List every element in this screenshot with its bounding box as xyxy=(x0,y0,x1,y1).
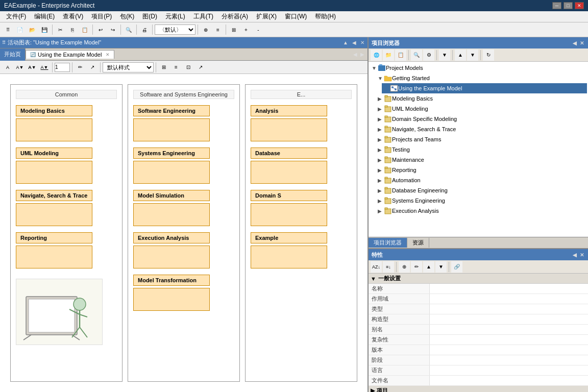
bold-tool[interactable]: A▼ xyxy=(27,62,38,73)
text-tool[interactable]: A xyxy=(2,62,13,73)
tree-expand-ea[interactable]: ▶ xyxy=(378,208,384,214)
tree-projects-teams[interactable]: ▶ Projects and Teams xyxy=(376,134,587,144)
tree-automation[interactable]: ▶ Automation xyxy=(376,175,587,185)
menu-file[interactable]: 文件(F) xyxy=(2,11,30,22)
print-button[interactable]: 🖨 xyxy=(139,24,150,35)
tree-reporting[interactable]: ▶ Reporting xyxy=(376,165,587,175)
browser-btn-3[interactable]: 📋 xyxy=(395,50,406,61)
breadcrumb-close[interactable]: ✕ xyxy=(359,40,365,45)
menu-package[interactable]: 包(K) xyxy=(116,11,138,22)
maximize-button[interactable]: □ xyxy=(564,2,573,9)
style-dropdown[interactable]: 〈默认〉 xyxy=(155,24,195,35)
zoom-in-button[interactable]: + xyxy=(240,24,252,35)
menu-help[interactable]: 帮助(H) xyxy=(311,11,340,22)
tree-expand-nav[interactable]: ▶ xyxy=(378,127,384,132)
tree-getting-started[interactable]: ▼ Getting Started xyxy=(376,73,587,83)
tab-close-icon[interactable]: ✕ xyxy=(106,52,110,57)
tree-expand-rep[interactable]: ▶ xyxy=(378,167,384,173)
props-link-btn[interactable]: 🔗 xyxy=(451,261,462,273)
tree-sys-eng[interactable]: ▶ Systems Engineering xyxy=(376,195,587,206)
node-modeling-basics[interactable]: Modeling Basics xyxy=(16,105,92,116)
browser-btn-6[interactable]: ▼ xyxy=(439,50,450,61)
menu-edit[interactable]: 编辑(E) xyxy=(30,11,59,22)
save-button[interactable]: 💾 xyxy=(39,24,50,35)
tree-navigate[interactable]: ▶ Navigate, Search & Trace xyxy=(376,124,587,134)
browser-tab-project[interactable]: 项目浏览器 xyxy=(369,238,407,248)
menu-diagram[interactable]: 图(D) xyxy=(138,11,161,22)
copy-button[interactable]: ⎘ xyxy=(67,24,78,35)
tree-uml-modeling[interactable]: ▶ UML Modeling xyxy=(376,104,587,114)
minimize-button[interactable]: ─ xyxy=(552,2,561,9)
props-section-general[interactable]: ▼ 一般设置 xyxy=(369,274,588,284)
browser-btn-down[interactable]: ▼ xyxy=(467,50,478,61)
tab-active[interactable]: 🔄 Using the Example Model ✕ xyxy=(26,50,114,59)
menu-extend[interactable]: 扩展(X) xyxy=(252,11,281,22)
browser-refresh-btn[interactable]: ↻ xyxy=(483,50,494,61)
menu-tools[interactable]: 工具(T) xyxy=(189,11,217,22)
node-model-simulation[interactable]: Model Simulation xyxy=(133,190,210,201)
props-cat-btn[interactable]: ≡↓ xyxy=(383,261,394,273)
tree-expand-gs[interactable]: ▼ xyxy=(378,76,384,81)
menu-window[interactable]: 窗口(W) xyxy=(281,11,311,22)
menu-element[interactable]: 元素(L) xyxy=(161,11,189,22)
browser-btn-up[interactable]: ▲ xyxy=(455,50,466,61)
props-btn-1[interactable]: ⊕ xyxy=(399,261,410,273)
underline-tool[interactable]: A▼ xyxy=(39,62,50,73)
menu-project[interactable]: 项目(P) xyxy=(87,11,116,22)
tree-expand-auto[interactable]: ▶ xyxy=(378,178,384,183)
breadcrumb-pin[interactable]: ◀ xyxy=(351,40,357,45)
pencil-tool[interactable]: ✏ xyxy=(75,62,86,73)
close-button[interactable]: ✕ xyxy=(575,2,584,9)
browser-pin-btn[interactable]: ◀ xyxy=(572,40,578,46)
props-val-scope[interactable] xyxy=(430,294,588,304)
cut-button[interactable]: ✂ xyxy=(55,24,66,35)
tree-expand-mb[interactable]: ▶ xyxy=(378,96,384,102)
tree-expand-uml[interactable]: ▶ xyxy=(378,106,384,112)
tree-modeling-basics[interactable]: ▶ Modeling Basics xyxy=(376,93,587,104)
zoom-input[interactable] xyxy=(55,63,70,72)
find-button[interactable]: 🔍 xyxy=(123,24,134,35)
props-val-name[interactable] xyxy=(430,284,588,293)
icon-2[interactable]: ≡ xyxy=(212,24,224,35)
props-val-filename[interactable] xyxy=(430,376,588,385)
props-val-stereotype[interactable] xyxy=(430,314,588,324)
props-section-project[interactable]: ▶ 项目 xyxy=(369,386,588,392)
props-btn-4[interactable]: ▼ xyxy=(435,261,447,273)
paste-button[interactable]: 📋 xyxy=(79,24,90,35)
tree-domain-specific[interactable]: ▶ Domain Specific Modeling xyxy=(376,114,587,124)
tree-expand-db[interactable]: ▶ xyxy=(378,188,384,193)
props-val-type[interactable] xyxy=(430,304,588,314)
align-tool[interactable]: ≡ xyxy=(170,62,182,73)
tab-scroll-left[interactable]: ◀ xyxy=(352,52,358,57)
open-button[interactable]: 📂 xyxy=(27,24,38,35)
tree-example-model[interactable]: Using the Example Model xyxy=(382,83,587,93)
node-uml-modeling[interactable]: UML Modeling xyxy=(16,148,92,159)
menu-view[interactable]: 查看(V) xyxy=(59,11,87,22)
browser-expand-btn[interactable]: ✕ xyxy=(579,40,585,46)
grid-tool[interactable]: ⊞ xyxy=(158,62,169,73)
zoom-out-button[interactable]: - xyxy=(253,24,264,35)
props-val-complexity[interactable] xyxy=(430,335,588,345)
tree-expand-pt[interactable]: ▶ xyxy=(378,137,384,142)
undo-button[interactable]: ↩ xyxy=(95,24,106,35)
props-sort-btn[interactable]: AZ↓ xyxy=(371,261,382,273)
breadcrumb-up[interactable]: ▲ xyxy=(342,40,349,45)
node-analysis[interactable]: Analysis xyxy=(251,105,327,116)
tree-db-eng[interactable]: ▶ Database Engineering xyxy=(376,185,587,195)
icon-1[interactable]: ⊕ xyxy=(200,24,211,35)
node-execution-analysis[interactable]: Execution Analysis xyxy=(133,232,210,243)
tree-expand-sys[interactable]: ▶ xyxy=(378,198,384,204)
node-navigate[interactable]: Navigate, Search & Trace xyxy=(16,190,92,201)
node-database[interactable]: Database xyxy=(251,148,327,159)
layout-btn[interactable]: ⊞ xyxy=(228,24,239,35)
browser-btn-2[interactable]: 📁 xyxy=(383,50,394,61)
tree-exec-analysis[interactable]: ▶ Execution Analysis xyxy=(376,206,587,216)
node-software-engineering[interactable]: Software Engineering xyxy=(133,105,210,116)
props-btn-2[interactable]: ✏ xyxy=(411,261,422,273)
props-close-btn[interactable]: ✕ xyxy=(579,252,585,258)
tab-scroll-right[interactable]: ▶ xyxy=(359,52,365,57)
menu-analyzer[interactable]: 分析器(A) xyxy=(217,11,252,22)
browser-tab-resources[interactable]: 资源 xyxy=(407,238,429,248)
redo-button[interactable]: ↪ xyxy=(107,24,118,35)
props-btn-3[interactable]: ▲ xyxy=(423,261,434,273)
